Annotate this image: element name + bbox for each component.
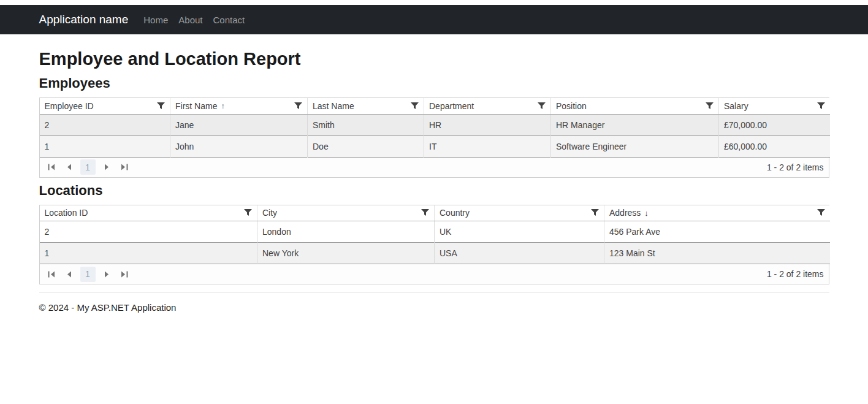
cell-salary: £60,000.00 bbox=[719, 135, 830, 157]
locations-heading: Locations bbox=[39, 183, 829, 199]
employees-section: Employees Employee ID bbox=[39, 75, 829, 178]
footer-divider bbox=[39, 292, 829, 293]
column-label: Salary bbox=[724, 101, 748, 111]
cell-country: UK bbox=[435, 221, 604, 243]
first-page-button[interactable] bbox=[45, 161, 58, 174]
pager-info: 1 - 2 of 2 items bbox=[767, 162, 824, 172]
table-row[interactable]: 1 John Doe IT Software Engineer £60,000.… bbox=[40, 135, 830, 157]
cell-location-id: 2 bbox=[40, 221, 257, 243]
employees-heading: Employees bbox=[39, 75, 829, 91]
cell-location-id: 1 bbox=[40, 243, 257, 264]
column-header-city[interactable]: City bbox=[257, 205, 435, 221]
column-label: Employee ID bbox=[45, 101, 94, 111]
column-label: Address bbox=[609, 208, 641, 218]
sort-descending-icon: ↓ bbox=[644, 208, 649, 218]
column-header-first-name[interactable]: First Name ↑ bbox=[170, 98, 308, 114]
cell-last-name: Smith bbox=[308, 114, 424, 135]
top-strip bbox=[0, 0, 868, 5]
filter-icon[interactable] bbox=[817, 209, 825, 216]
cell-city: London bbox=[257, 221, 435, 243]
table-row[interactable]: 2 Jane Smith HR HR Manager £70,000.00 bbox=[40, 114, 830, 135]
previous-page-button[interactable] bbox=[63, 161, 76, 174]
navbar-inner: Application name Home About Contact bbox=[39, 5, 829, 34]
table-row[interactable]: 2 London UK 456 Park Ave bbox=[40, 221, 830, 243]
employees-grid: Employee ID First Name ↑ bbox=[39, 97, 829, 178]
column-label: Last Name bbox=[313, 101, 354, 111]
cell-department: IT bbox=[424, 135, 551, 157]
current-page-button[interactable]: 1 bbox=[80, 159, 96, 175]
column-label: City bbox=[262, 208, 277, 218]
locations-grid: Location ID City bbox=[39, 205, 829, 285]
cell-address: 456 Park Ave bbox=[604, 221, 830, 243]
footer-copyright: © 2024 - My ASP.NET Application bbox=[39, 302, 829, 313]
last-page-button[interactable] bbox=[118, 161, 131, 174]
cell-position: HR Manager bbox=[551, 114, 719, 135]
column-header-position[interactable]: Position bbox=[551, 98, 719, 114]
next-page-button[interactable] bbox=[100, 267, 113, 281]
locations-table: Location ID City bbox=[40, 205, 830, 265]
employees-header-row: Employee ID First Name ↑ bbox=[40, 98, 830, 114]
previous-page-button[interactable] bbox=[63, 267, 76, 281]
nav-links: Home About Contact bbox=[143, 15, 255, 25]
current-page-button[interactable]: 1 bbox=[80, 267, 96, 282]
cell-address: 123 Main St bbox=[604, 243, 830, 264]
nav-link-contact[interactable]: Contact bbox=[213, 15, 245, 25]
employees-pager: 1 1 - 2 of 2 items bbox=[40, 158, 829, 177]
filter-icon[interactable] bbox=[706, 102, 714, 110]
column-header-department[interactable]: Department bbox=[424, 98, 551, 114]
column-header-address[interactable]: Address ↓ bbox=[604, 205, 830, 221]
column-label: Location ID bbox=[45, 208, 88, 218]
last-page-button[interactable] bbox=[118, 267, 131, 281]
cell-position: Software Engineer bbox=[551, 135, 719, 157]
column-header-salary[interactable]: Salary bbox=[719, 98, 830, 114]
first-page-button[interactable] bbox=[45, 267, 58, 281]
app-brand-link[interactable]: Application name bbox=[39, 13, 129, 26]
filter-icon[interactable] bbox=[294, 102, 302, 110]
nav-link-about[interactable]: About bbox=[178, 15, 202, 25]
cell-city: New York bbox=[257, 243, 435, 264]
main-content: Employee and Location Report Employees E… bbox=[39, 49, 829, 313]
cell-employee-id: 1 bbox=[40, 135, 170, 157]
filter-icon[interactable] bbox=[538, 102, 546, 110]
filter-icon[interactable] bbox=[591, 209, 599, 216]
pager-info: 1 - 2 of 2 items bbox=[767, 269, 824, 279]
column-header-last-name[interactable]: Last Name bbox=[308, 98, 424, 114]
cell-first-name: Jane bbox=[170, 114, 308, 135]
navbar: Application name Home About Contact bbox=[0, 5, 868, 34]
filter-icon[interactable] bbox=[157, 102, 165, 110]
cell-salary: £70,000.00 bbox=[719, 114, 830, 135]
nav-link-home[interactable]: Home bbox=[143, 15, 168, 25]
filter-icon[interactable] bbox=[817, 102, 825, 110]
filter-icon[interactable] bbox=[421, 209, 429, 216]
sort-ascending-icon: ↑ bbox=[221, 101, 225, 110]
column-label: Department bbox=[429, 101, 474, 111]
column-header-country[interactable]: Country bbox=[435, 205, 604, 221]
cell-department: HR bbox=[424, 114, 551, 135]
filter-icon[interactable] bbox=[411, 102, 419, 110]
table-row[interactable]: 1 New York USA 123 Main St bbox=[40, 243, 830, 264]
filter-icon[interactable] bbox=[244, 209, 252, 216]
column-header-location-id[interactable]: Location ID bbox=[40, 205, 257, 221]
locations-section: Locations Location ID bbox=[39, 183, 829, 285]
column-header-employee-id[interactable]: Employee ID bbox=[40, 98, 170, 114]
cell-last-name: Doe bbox=[308, 135, 424, 157]
page-title: Employee and Location Report bbox=[39, 49, 829, 69]
employees-table: Employee ID First Name ↑ bbox=[40, 98, 830, 158]
column-label: First Name bbox=[175, 101, 217, 111]
locations-header-row: Location ID City bbox=[40, 205, 830, 221]
cell-first-name: John bbox=[170, 135, 308, 157]
cell-employee-id: 2 bbox=[40, 114, 170, 135]
cell-country: USA bbox=[435, 243, 604, 264]
column-label: Country bbox=[440, 208, 470, 218]
next-page-button[interactable] bbox=[100, 161, 113, 174]
column-label: Position bbox=[556, 101, 587, 111]
locations-pager: 1 1 - 2 of 2 items bbox=[40, 264, 829, 284]
